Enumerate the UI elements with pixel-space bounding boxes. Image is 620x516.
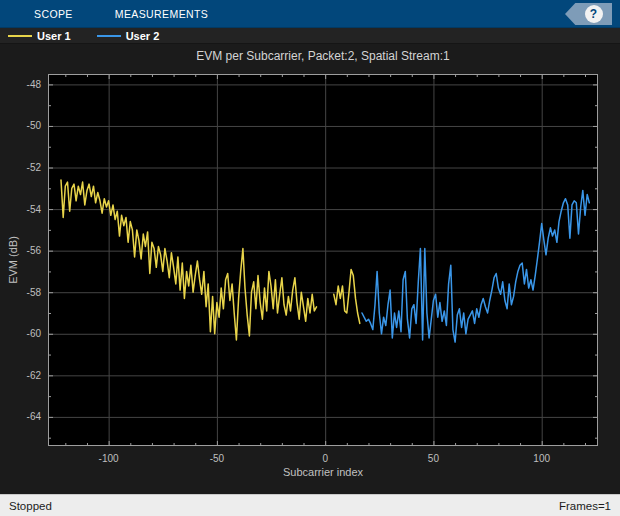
user1-line-swatch xyxy=(8,35,32,37)
legend-entry-user2[interactable]: User 2 xyxy=(97,29,160,43)
svg-text:-62: -62 xyxy=(27,370,42,381)
scope-window: SCOPE MEASUREMENTS ? User 1 User 2 EVM p… xyxy=(0,0,620,516)
user2-line-swatch xyxy=(97,35,121,37)
svg-text:-48: -48 xyxy=(27,79,42,90)
chart-canvas[interactable]: -100-50050100-64-62-60-58-56-54-52-50-48 xyxy=(0,44,620,494)
x-axis-label: Subcarrier index xyxy=(48,466,598,478)
legend-bar: User 1 User 2 xyxy=(0,28,620,44)
legend-entry-user1[interactable]: User 1 xyxy=(8,29,71,43)
svg-text:-50: -50 xyxy=(27,120,42,131)
status-text: Stopped xyxy=(9,500,52,512)
tab-scope[interactable]: SCOPE xyxy=(30,0,77,28)
svg-text:-54: -54 xyxy=(27,204,42,215)
svg-text:100: 100 xyxy=(533,453,550,464)
svg-text:-56: -56 xyxy=(27,245,42,256)
tab-measurements[interactable]: MEASUREMENTS xyxy=(111,0,212,28)
status-bar: Stopped Frames=1 xyxy=(0,494,620,516)
svg-text:-60: -60 xyxy=(27,328,42,339)
help-icon: ? xyxy=(585,5,603,23)
help-button[interactable]: ? xyxy=(565,3,612,25)
svg-text:-64: -64 xyxy=(27,411,42,422)
svg-text:50: 50 xyxy=(428,453,440,464)
frames-counter: Frames=1 xyxy=(559,500,611,512)
y-axis-label: EVM (dB) xyxy=(7,195,21,325)
svg-text:0: 0 xyxy=(322,453,328,464)
svg-text:-52: -52 xyxy=(27,162,42,173)
svg-text:-50: -50 xyxy=(210,453,225,464)
toolstrip: SCOPE MEASUREMENTS ? xyxy=(0,0,620,28)
legend-label-user2: User 2 xyxy=(126,29,160,43)
svg-text:-58: -58 xyxy=(27,287,42,298)
legend-label-user1: User 1 xyxy=(37,29,71,43)
svg-text:-100: -100 xyxy=(99,453,119,464)
figure-area: EVM per Subcarrier, Packet:2, Spatial St… xyxy=(0,44,620,494)
